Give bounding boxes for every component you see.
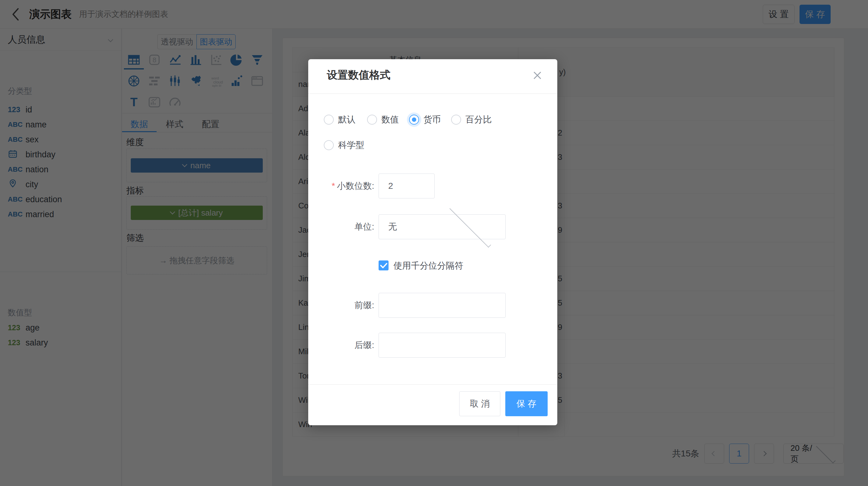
- prefix-input[interactable]: [379, 293, 506, 318]
- radio-currency[interactable]: 货币: [409, 114, 441, 125]
- radio-icon: [324, 115, 334, 124]
- radio-number[interactable]: 数值: [367, 114, 399, 125]
- decimal-places-input[interactable]: [379, 174, 435, 198]
- dialog-save-button[interactable]: 保 存: [505, 391, 548, 416]
- unit-select[interactable]: 无: [379, 215, 506, 239]
- radio-icon: [324, 140, 334, 150]
- thousand-separator-label: 使用千分位分隔符: [394, 260, 463, 270]
- suffix-label: 后缀:: [314, 333, 374, 358]
- thousand-separator-checkbox[interactable]: [379, 260, 389, 270]
- radio-default[interactable]: 默认: [324, 114, 355, 125]
- dialog-header-divider: [308, 93, 557, 94]
- app: 演示图表 用于演示文档的样例图表 设 置 保 存 人员信息 分类型 123idA…: [0, 0, 868, 486]
- cancel-button[interactable]: 取 消: [459, 391, 500, 416]
- check-icon: [379, 260, 389, 270]
- radio-percent[interactable]: 百分比: [451, 114, 492, 125]
- dialog-title: 设置数值格式: [327, 68, 391, 82]
- unit-label: 单位:: [314, 215, 374, 239]
- close-button[interactable]: [531, 69, 544, 82]
- unit-value: 无: [388, 221, 443, 233]
- radio-selected-icon: [409, 115, 419, 124]
- radio-scientific[interactable]: 科学型: [324, 139, 364, 151]
- close-icon: [531, 69, 544, 82]
- decimal-places-label: *小数位数:: [314, 174, 374, 198]
- radio-icon: [451, 115, 461, 124]
- suffix-input[interactable]: [379, 333, 506, 358]
- radio-icon: [367, 115, 377, 124]
- prefix-label: 前缀:: [314, 293, 374, 318]
- required-asterisk: *: [332, 181, 335, 191]
- dialog-footer-divider: [308, 384, 557, 385]
- chevron-down-icon: [450, 206, 491, 248]
- number-format-dialog: 设置数值格式 默认 数值 货币 百分比 科学型 *小数位数:: [308, 59, 557, 425]
